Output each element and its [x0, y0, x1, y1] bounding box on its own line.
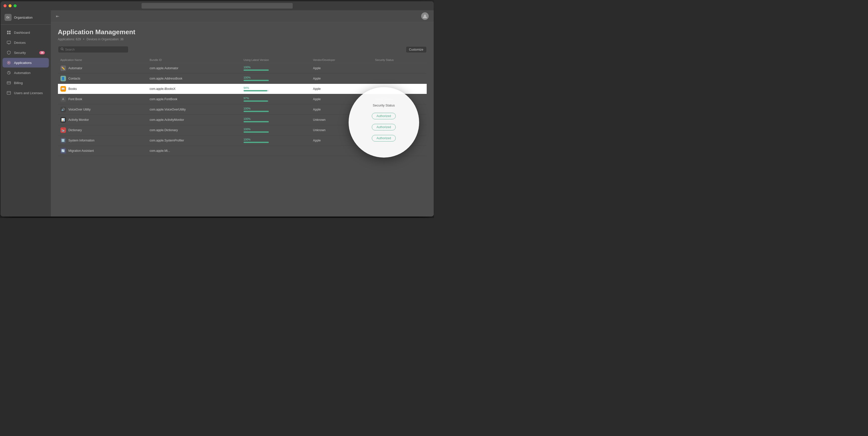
bundle-id-cell: com.apple.AddressBook — [147, 73, 241, 84]
app-icon: 🔊 — [60, 107, 66, 112]
close-button[interactable] — [3, 4, 6, 7]
app-name: VoiceOver Utility — [68, 108, 91, 111]
app-name-cell: 📊 Activity Monitor — [58, 115, 147, 125]
version-cell — [241, 146, 311, 156]
bundle-id-cell: com.apple.ActivityMonitor — [147, 115, 241, 125]
app-name-cell: 🔄 Migration Assistant — [58, 146, 147, 156]
version-cell: 100% — [241, 104, 311, 115]
version-cell: 100% — [241, 73, 311, 84]
sidebar-item-devices[interactable]: Devices — [2, 38, 49, 47]
version-pct: 100% — [244, 117, 308, 120]
vendor-cell: Apple — [311, 84, 373, 94]
app-icon: 📖 — [60, 86, 66, 92]
authorized-badge-2: Authorized — [372, 124, 396, 130]
app-icon: 📚 — [60, 127, 66, 133]
app-name: Dictionary — [68, 128, 82, 132]
app-name-cell: 🔊 VoiceOver Utility — [58, 104, 147, 115]
maximize-button[interactable] — [13, 4, 17, 7]
toolbar: Customize — [58, 46, 427, 53]
page-subtitle: Applications: 629 • Devices in Organizat… — [58, 37, 427, 41]
table-row[interactable]: 👤 Contacts com.apple.AddressBook 100% Ap… — [58, 73, 427, 84]
users-licenses-icon — [6, 91, 11, 95]
subtitle-devices: Devices in Organization: 36 — [87, 37, 124, 41]
app-name: Migration Assistant — [68, 149, 94, 153]
progress-bar-fill — [244, 69, 269, 71]
org-name: Organization — [14, 15, 33, 20]
progress-bar-fill — [244, 90, 267, 91]
sidebar-item-dashboard-label: Dashboard — [14, 31, 30, 34]
top-bar-right — [421, 12, 429, 20]
bundle-id-cell: com.apple.Automator — [147, 63, 241, 73]
version-pct: 100% — [244, 76, 308, 79]
app-icon: 📊 — [60, 117, 66, 123]
collapse-sidebar-button[interactable]: ⇤ — [56, 14, 59, 19]
bundle-id-cell: com.apple.Dictionary — [147, 125, 241, 135]
col-app-name: Application Name — [58, 57, 147, 63]
sidebar-item-dashboard[interactable]: Dashboard — [2, 28, 49, 37]
progress-bar-bg — [244, 100, 269, 102]
svg-rect-3 — [9, 33, 10, 34]
svg-rect-0 — [7, 31, 8, 32]
progress-bar-bg — [244, 90, 269, 91]
version-pct: 97% — [244, 97, 308, 100]
titlebar — [0, 1, 434, 10]
svg-rect-5 — [8, 44, 9, 44]
sidebar-item-applications[interactable]: Applications — [2, 58, 49, 67]
svg-rect-1 — [9, 31, 10, 32]
authorized-badge-3: Authorized — [372, 135, 396, 141]
sidebar-item-automation[interactable]: Automation — [2, 68, 49, 77]
progress-bar-bg — [244, 69, 269, 71]
user-avatar[interactable] — [421, 12, 429, 20]
security-icon — [6, 51, 11, 55]
version-pct: 100% — [244, 66, 308, 69]
app-name-cell: 📚 Dictionary — [58, 125, 147, 135]
svg-rect-13 — [7, 91, 10, 94]
version-cell: 100% — [241, 135, 311, 146]
version-cell: 100% — [241, 125, 311, 135]
table-row[interactable]: ✏️ Automator com.apple.Automator 100% Ap… — [58, 63, 427, 73]
svg-line-10 — [9, 73, 10, 73]
version-pct: 94% — [244, 86, 308, 89]
sidebar-item-billing[interactable]: Billing — [2, 78, 49, 88]
progress-bar-fill — [244, 111, 269, 112]
version-pct: 100% — [244, 128, 308, 131]
bundle-id-cell: com.apple.iBooksX — [147, 84, 241, 94]
col-security-status: Security Status — [373, 57, 427, 63]
col-using-latest: Using Latest Version — [241, 57, 311, 63]
sidebar-item-applications-label: Applications — [14, 61, 32, 65]
automation-icon — [6, 70, 11, 75]
sidebar-item-users-licenses[interactable]: Users and Licenses — [2, 88, 49, 98]
minimize-button[interactable] — [8, 4, 11, 7]
progress-bar-bg — [244, 121, 269, 122]
progress-bar-fill — [244, 142, 269, 143]
vendor-cell: Apple — [311, 63, 373, 73]
app-name: Books — [68, 87, 77, 91]
search-input[interactable] — [65, 48, 126, 52]
search-bar[interactable] — [58, 46, 128, 53]
main-content: ⇤ Application Management Applications: 6… — [51, 10, 434, 216]
app-name: Activity Monitor — [68, 118, 89, 122]
version-cell: 94% — [241, 84, 311, 94]
app-icon: ℹ️ — [60, 138, 66, 143]
sidebar-item-security[interactable]: Security 36 — [2, 48, 49, 57]
col-bundle-id: Bundle ID — [147, 57, 241, 63]
url-bar[interactable] — [142, 3, 293, 8]
customize-button[interactable]: Customize — [406, 46, 427, 53]
version-cell: 100% — [241, 115, 311, 125]
progress-bar-fill — [244, 131, 269, 133]
sidebar-item-users-licenses-label: Users and Licenses — [14, 91, 43, 95]
version-cell: 100% — [241, 63, 311, 73]
bundle-id-cell: com.apple.Mi... — [147, 146, 241, 156]
applications-icon — [6, 60, 11, 65]
progress-bar-bg — [244, 80, 269, 81]
status-cell — [373, 63, 427, 73]
app-name: Automator — [68, 66, 82, 70]
status-cell — [373, 73, 427, 84]
progress-bar-bg — [244, 131, 269, 133]
app-name-cell: ℹ️ System Information — [58, 135, 147, 146]
app-container: Or Organization Dashboard — [0, 10, 434, 216]
app-name-cell: A Font Book — [58, 94, 147, 104]
app-icon: 👤 — [60, 76, 66, 81]
progress-bar-bg — [244, 111, 269, 112]
vendor-cell: Apple — [311, 73, 373, 84]
